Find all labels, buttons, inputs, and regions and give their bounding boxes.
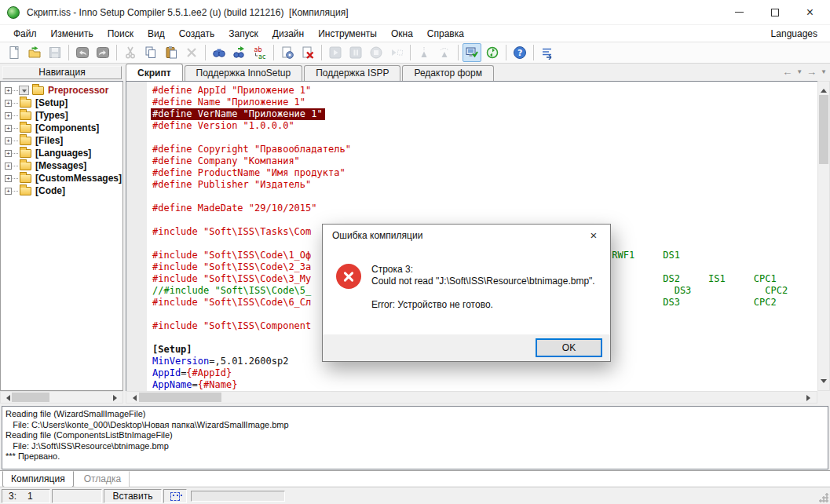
tab-script[interactable]: Скрипт	[126, 64, 183, 81]
tree-item-components[interactable]: +[Components]	[1, 122, 122, 134]
step-into-button[interactable]	[415, 43, 433, 62]
new-file-button[interactable]	[5, 43, 24, 62]
redo-button[interactable]	[93, 43, 112, 62]
pause-button[interactable]	[346, 43, 365, 62]
scroll-thumb[interactable]	[12, 393, 49, 402]
copy-button[interactable]	[141, 43, 160, 62]
code-segment: [Setup]	[152, 344, 192, 355]
tree-item-files[interactable]: +[Files]	[1, 134, 122, 147]
scroll-thumb[interactable]	[139, 393, 221, 402]
forward-dropdown-icon[interactable]: ▼	[821, 68, 827, 75]
navigation-header[interactable]: Навигация	[2, 66, 122, 79]
log-line: Reading file (ComponentsListBtnImageFile…	[5, 430, 825, 441]
tree-expand-icon[interactable]: +	[5, 137, 12, 144]
tab-ispp-support[interactable]: Поддержка ISPP	[304, 65, 400, 81]
compile-button[interactable]	[278, 43, 297, 62]
run-to-cursor-button[interactable]	[387, 43, 406, 62]
help-icon: ?	[513, 46, 527, 60]
tree-item-preprocessor[interactable]: +Preprocessor	[1, 84, 122, 97]
scroll-down-icon[interactable]	[821, 379, 827, 386]
menu-item-Создать[interactable]: Создать	[172, 27, 222, 41]
tab-compilation[interactable]: Компиляция	[2, 471, 74, 488]
editor-horizontal-scrollbar[interactable]	[126, 391, 817, 404]
compile-progress-bar	[191, 491, 285, 502]
menu-item-Дизайн[interactable]: Дизайн	[265, 27, 311, 41]
abort-compile-button[interactable]	[298, 43, 317, 62]
delete-button[interactable]	[182, 43, 201, 62]
menu-item-Файл[interactable]: Файл	[6, 27, 44, 41]
tree-expand-icon[interactable]: +	[5, 175, 12, 182]
close-button[interactable]: ×	[792, 0, 828, 24]
forward-arrow-icon[interactable]: →	[805, 66, 818, 78]
scroll-left-icon[interactable]	[3, 395, 10, 401]
code-line: AppId={#AppId}	[152, 367, 788, 379]
menu-item-Запуск[interactable]: Запуск	[221, 27, 265, 41]
tree-item-code[interactable]: +[Code]	[1, 184, 122, 197]
paste-button[interactable]	[162, 43, 181, 62]
find-button[interactable]	[210, 43, 229, 62]
menu-item-Поиск[interactable]: Поиск	[101, 27, 141, 41]
tab-debug[interactable]: Отладка	[75, 471, 130, 488]
tree-expand-icon[interactable]: +	[5, 163, 12, 170]
replace-button[interactable]: abac	[250, 43, 269, 62]
output-jump-button[interactable]	[538, 43, 557, 62]
back-dropdown-icon[interactable]: ▼	[796, 68, 803, 75]
tree-expand-icon[interactable]: +	[5, 188, 12, 195]
maximize-button[interactable]	[757, 0, 792, 24]
log-line: File: J:\Soft\ISS\Resource\btnimage.bmp	[5, 441, 825, 452]
tree-item-custommessages[interactable]: +[CustomMessages]	[1, 172, 122, 184]
tree-expand-icon[interactable]: +	[5, 112, 12, 119]
scroll-right-icon[interactable]	[806, 395, 814, 401]
minimize-button[interactable]	[722, 0, 757, 24]
output-jump-icon	[540, 46, 554, 60]
scroll-thumb[interactable]	[819, 95, 828, 164]
editor-vertical-scrollbar[interactable]	[817, 81, 830, 391]
folder-icon	[20, 137, 31, 145]
setup-wizard-icon	[465, 46, 479, 60]
code-segment: #include "Soft\ISS\Tasks\Com	[152, 226, 311, 237]
scroll-left-icon[interactable]	[130, 395, 137, 401]
scroll-up-icon[interactable]	[821, 86, 827, 93]
dialog-title-bar[interactable]: Ошибка компиляции ×	[323, 225, 610, 246]
scroll-right-icon[interactable]	[113, 395, 120, 401]
maximize-icon	[771, 9, 779, 16]
menu-item-Окна[interactable]: Окна	[384, 27, 420, 41]
tab-innosetup-support[interactable]: Поддержка InnoSetup	[185, 65, 303, 81]
tree-expand-icon[interactable]: +	[5, 87, 12, 94]
tree-item-messages[interactable]: +[Messages]	[1, 159, 122, 172]
tree-item-types[interactable]: +[Types]	[1, 109, 122, 122]
run-button[interactable]	[326, 43, 345, 62]
tree-expand-icon[interactable]: +	[5, 100, 12, 107]
setup-wizard-button[interactable]	[463, 43, 481, 62]
menu-item-Справка[interactable]: Справка	[420, 27, 471, 41]
tree-expand-icon[interactable]: +	[5, 150, 12, 157]
menu-item-Инструменты[interactable]: Инструменты	[311, 27, 384, 41]
menu-languages[interactable]: Languages	[768, 27, 821, 41]
preprocessor-dropdown-icon[interactable]	[19, 86, 29, 95]
close-icon: ×	[591, 228, 598, 242]
save-file-button[interactable]	[46, 43, 64, 62]
nav-horizontal-scrollbar[interactable]	[0, 391, 123, 404]
step-over-button[interactable]	[435, 43, 454, 62]
back-arrow-icon[interactable]: ←	[781, 66, 794, 78]
tab-form-editor[interactable]: Редактор форм	[402, 65, 493, 81]
dialog-message-line: Could not read "J:\Soft\ISS\Resource\btn…	[371, 276, 595, 287]
uninstall-setup-button[interactable]	[483, 43, 502, 62]
help-button[interactable]: ?	[510, 43, 529, 62]
undo-button[interactable]	[73, 43, 92, 62]
code-segment: #define VerName "Приложение 1"	[151, 108, 325, 120]
open-file-button[interactable]	[25, 43, 44, 62]
tree-item-label: [Setup]	[35, 97, 68, 108]
tree-expand-icon[interactable]: +	[5, 125, 12, 132]
tree-item-languages[interactable]: +[Languages]	[1, 147, 122, 159]
dialog-close-button[interactable]: ×	[577, 225, 610, 245]
window-title: Скрипт.iss - Inno Setup Compiler 5.5.1.e…	[27, 7, 348, 18]
resize-grip-icon[interactable]	[819, 493, 828, 502]
find-next-button[interactable]	[230, 43, 249, 62]
menu-item-Изменить[interactable]: Изменить	[44, 27, 101, 41]
ok-button[interactable]: OK	[536, 338, 602, 357]
stop-button[interactable]	[367, 43, 386, 62]
tree-item-setup[interactable]: +[Setup]	[1, 97, 122, 109]
menu-item-Вид[interactable]: Вид	[141, 27, 172, 41]
cut-button[interactable]	[121, 43, 140, 62]
